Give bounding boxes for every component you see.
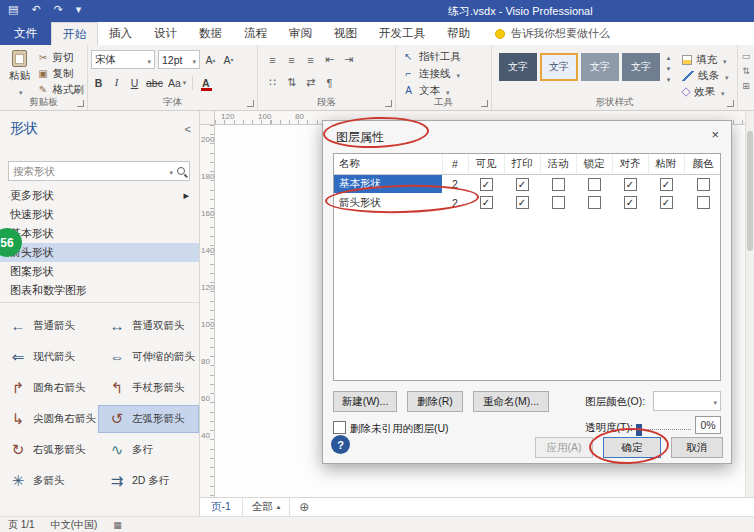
layer-name-cell[interactable]: 箭头形状 [334,193,442,212]
shrink-font-button[interactable]: A [221,51,236,68]
align-left-button[interactable]: ≡ [265,52,280,68]
checkbox-glue[interactable]: ✓ [660,196,673,209]
change-case-button[interactable]: Aa [167,74,187,91]
shape-item[interactable]: ↻ 右弧形箭头 [0,437,99,463]
rename-layer-button[interactable]: 重命名(M)... [473,391,549,412]
text-direction-button[interactable]: ⇄ [303,75,318,91]
style-preset[interactable]: 文字 [499,53,537,81]
delete-layer-button[interactable]: 删除(R) [407,391,463,412]
format-painter-button[interactable]: ✎ 格式刷 [37,82,85,97]
decrease-indent-button[interactable]: ⇤ [322,52,337,68]
font-name-select[interactable]: 宋体 [91,50,155,69]
checkbox-lock[interactable] [588,196,601,209]
stencil-arrow-shapes[interactable]: 箭头形状 [0,243,199,262]
dialog-launcher-icon[interactable] [385,100,392,107]
stencil-basic-shapes[interactable]: 基本形状 [0,224,199,243]
tab-help[interactable]: 帮助 [436,22,481,45]
undo-icon[interactable]: ↶ [31,3,40,16]
style-preset[interactable]: 文字 [581,53,619,81]
grow-font-button[interactable]: A [203,51,218,68]
layer-name-cell[interactable]: 基本形状 [334,174,442,193]
dialog-launcher-icon[interactable] [727,100,734,107]
style-preset[interactable]: 文字 [622,53,660,81]
checkbox-snap[interactable]: ✓ [624,178,637,191]
copy-button[interactable]: ▣ 复制 [37,66,85,81]
add-page-button[interactable]: ⊕ [290,500,318,514]
group-icon[interactable]: ⊞ [742,81,750,91]
font-size-select[interactable]: 12pt [158,50,200,69]
checkbox-visible[interactable]: ✓ [480,178,493,191]
style-preset-selected[interactable]: 文字 [540,53,578,81]
checkbox-visible[interactable]: ✓ [480,196,493,209]
dialog-launcher-icon[interactable] [247,100,254,107]
tab-file[interactable]: 文件 [0,22,51,45]
gallery-down-icon[interactable]: ▾ [667,65,671,73]
all-pages-button[interactable]: 全部 ▴ [243,498,291,516]
pointer-tool-button[interactable]: ↖ 指针工具 [399,48,488,65]
checkbox-lock[interactable] [588,178,601,191]
save-icon[interactable]: ▤ [8,3,18,16]
tell-me[interactable]: 告诉我你想要做什么 [481,22,610,45]
strikethrough-button[interactable]: abc [145,74,164,91]
scrollbar-thumb[interactable] [747,131,753,251]
cancel-button[interactable]: 取消 [671,437,723,458]
tab-design[interactable]: 设计 [143,22,188,45]
remove-unused-checkbox[interactable] [333,421,346,434]
layer-row-arrow-shapes[interactable]: 箭头形状 2 ✓ ✓ ✓ ✓ [334,193,721,212]
position-icon[interactable]: ⇅ [742,66,750,76]
cut-button[interactable]: ✂ 剪切 [37,50,85,65]
line-button[interactable]: 线条 [682,69,729,83]
shape-item[interactable]: ⇐ 现代箭头 [0,344,99,370]
search-icon[interactable] [177,167,185,175]
vertical-scrollbar[interactable] [745,111,754,497]
increase-indent-button[interactable]: ⇥ [341,52,356,68]
align-center-button[interactable]: ≡ [284,52,299,68]
checkbox-active[interactable] [552,196,565,209]
bold-button[interactable]: B [91,74,106,91]
shape-item[interactable]: ↳ 尖圆角右箭头 [0,406,99,432]
checkbox-color[interactable] [697,196,710,209]
shape-item-selected[interactable]: ↺ 左弧形箭头 [99,406,198,432]
tab-insert[interactable]: 插入 [98,22,143,45]
close-icon[interactable]: × [711,127,719,142]
slider-thumb[interactable] [636,424,642,436]
page-tab-1[interactable]: 页-1 [200,498,243,516]
transparency-slider[interactable] [637,429,691,430]
layer-row-basic-shapes[interactable]: 基本形状 2 ✓ ✓ ✓ ✓ [334,174,721,193]
ok-button[interactable]: 确定 [603,437,661,458]
gallery-more-icon[interactable]: ▾ [667,76,671,84]
font-color-button[interactable]: A [198,74,213,91]
shape-item[interactable]: ↔ 普通双箭头 [99,313,198,339]
checkbox-glue[interactable]: ✓ [660,178,673,191]
italic-button[interactable]: I [109,74,124,91]
layer-color-select[interactable] [653,391,721,411]
bullets-button[interactable]: ∷ [265,75,280,91]
macro-record-icon[interactable]: ▦ [113,520,122,530]
connector-tool-button[interactable]: ⌐ 连接线 [399,65,488,82]
shape-item[interactable]: ⇔ 可伸缩的箭头 [99,344,198,370]
chevron-down-icon[interactable] [167,165,173,177]
align-right-button[interactable]: ≡ [303,52,318,68]
language-indicator[interactable]: 中文(中国) [51,518,98,532]
checkbox-print[interactable]: ✓ [516,178,529,191]
paragraph-mark-button[interactable]: ¶ [322,75,337,91]
new-layer-button[interactable]: 新建(W)... [333,391,397,412]
fill-button[interactable]: 填充 [682,53,729,67]
dialog-launcher-icon[interactable] [481,100,488,107]
tab-home[interactable]: 开始 [51,22,98,45]
paste-button[interactable]: 粘贴 [3,48,37,97]
tab-developer[interactable]: 开发工具 [368,22,436,45]
qat-more-icon[interactable]: ▾ [76,3,82,16]
shape-item[interactable]: ⇉ 2D 多行 [99,468,198,494]
help-button[interactable]: ? [331,435,350,454]
checkbox-color[interactable] [697,178,710,191]
shape-item[interactable]: ∿ 多行 [99,437,198,463]
redo-icon[interactable]: ↷ [54,3,63,16]
page-indicator[interactable]: 页 1/1 [8,518,35,532]
stencil-more-shapes[interactable]: 更多形状 ▸ [0,186,199,205]
shape-item[interactable]: ↰ 手杖形箭头 [99,375,198,401]
shape-item[interactable]: ✳ 多箭头 [0,468,99,494]
checkbox-snap[interactable]: ✓ [624,196,637,209]
search-input[interactable] [13,165,163,177]
tab-review[interactable]: 审阅 [278,22,323,45]
